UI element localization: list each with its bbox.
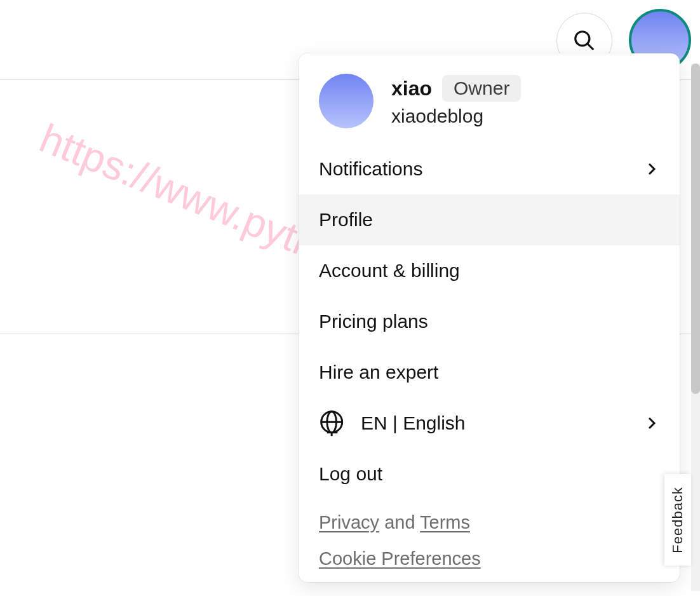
menu-pricing-plans-label: Pricing plans <box>319 311 428 332</box>
menu-language[interactable]: EN | English <box>299 398 680 449</box>
feedback-label: Feedback <box>670 487 686 553</box>
menu-notifications[interactable]: Notifications <box>299 144 680 194</box>
privacy-link[interactable]: Privacy <box>319 512 379 532</box>
menu-profile[interactable]: Profile <box>299 194 680 245</box>
footer-and-text: and <box>379 512 420 532</box>
menu-hire-expert[interactable]: Hire an expert <box>299 347 680 398</box>
account-username: xiao <box>391 77 432 100</box>
scrollbar-thumb[interactable] <box>691 64 700 394</box>
account-role-badge: Owner <box>442 75 521 102</box>
chevron-right-icon <box>644 416 659 431</box>
account-footer: Privacy and Terms Cookie Preferences <box>299 499 680 569</box>
account-menu-panel: xiao Owner xiaodeblog Notifications Prof… <box>299 53 680 582</box>
menu-log-out-label: Log out <box>319 463 382 485</box>
menu-notifications-label: Notifications <box>319 158 422 180</box>
feedback-tab[interactable]: Feedback <box>664 474 691 566</box>
account-avatar <box>319 74 374 128</box>
svg-line-1 <box>588 44 594 50</box>
search-icon <box>572 29 596 53</box>
menu-hire-expert-label: Hire an expert <box>319 362 438 383</box>
menu-profile-label: Profile <box>319 209 373 231</box>
cookie-preferences-link[interactable]: Cookie Preferences <box>319 548 481 569</box>
menu-account-billing-label: Account & billing <box>319 260 460 281</box>
menu-pricing-plans[interactable]: Pricing plans <box>299 296 680 347</box>
account-subname: xiaodeblog <box>391 105 521 127</box>
account-header: xiao Owner xiaodeblog <box>299 53 680 144</box>
menu-account-billing[interactable]: Account & billing <box>299 245 680 296</box>
chevron-right-icon <box>644 161 659 177</box>
svg-point-0 <box>575 32 589 46</box>
menu-language-label: EN | English <box>361 412 466 434</box>
menu-log-out[interactable]: Log out <box>299 449 680 499</box>
terms-link[interactable]: Terms <box>420 512 470 532</box>
scrollbar[interactable] <box>691 64 700 591</box>
globe-icon <box>319 409 347 437</box>
account-user-block: xiao Owner xiaodeblog <box>391 75 521 127</box>
